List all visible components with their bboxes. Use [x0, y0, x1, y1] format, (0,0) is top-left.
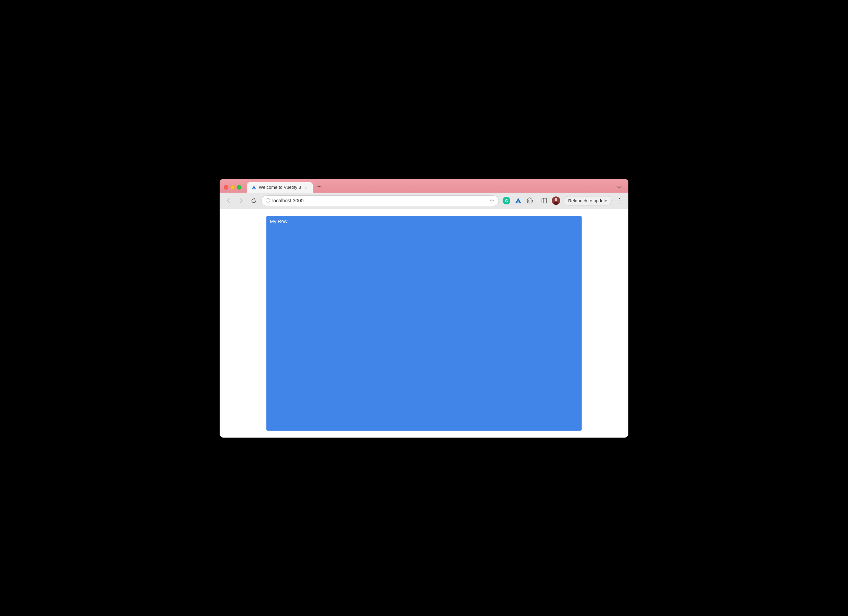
extensions-button[interactable] [525, 196, 535, 205]
toolbar: ⓘ localhost:3000 ☆ G [219, 193, 629, 209]
avatar [552, 196, 560, 205]
more-menu-button[interactable]: ⋮ [615, 196, 624, 205]
sidebar-button[interactable] [540, 196, 549, 205]
back-button[interactable] [224, 196, 233, 205]
tab-close-button[interactable]: × [303, 185, 308, 190]
lock-icon: ⓘ [266, 197, 270, 204]
toolbar-divider [537, 197, 537, 204]
vuetify-extension-button[interactable] [513, 196, 523, 205]
forward-button[interactable] [236, 196, 246, 205]
browser-window: Welcome to Vuetify 3 × + [219, 179, 629, 438]
svg-point-7 [554, 198, 557, 201]
my-row-label: My Row [270, 219, 288, 224]
close-button[interactable] [224, 185, 228, 190]
relaunch-button[interactable]: Relaunch to update [563, 196, 612, 205]
minimize-button[interactable] [230, 185, 235, 190]
grammarly-icon: G [503, 197, 510, 205]
profile-button[interactable] [551, 196, 561, 205]
page-content: My Row [219, 209, 629, 438]
tab-favicon [251, 185, 257, 190]
traffic-lights [224, 185, 242, 190]
reload-button[interactable] [249, 196, 258, 205]
grammarly-extension-button[interactable]: G [502, 196, 511, 205]
tab-bar: Welcome to Vuetify 3 × + [247, 182, 624, 193]
tab-title: Welcome to Vuetify 3 [259, 185, 301, 190]
my-row-container: My Row [266, 216, 582, 430]
title-bar: Welcome to Vuetify 3 × + [219, 179, 629, 193]
extensions-area: G [502, 196, 561, 205]
bookmark-icon[interactable]: ☆ [489, 197, 494, 204]
maximize-button[interactable] [237, 185, 242, 190]
tabs-dropdown-button[interactable] [615, 182, 624, 192]
address-text: localhost:3000 [272, 198, 488, 203]
more-icon: ⋮ [616, 197, 623, 205]
new-tab-button[interactable]: + [314, 182, 324, 192]
svg-rect-4 [542, 198, 547, 203]
address-bar[interactable]: ⓘ localhost:3000 ☆ [261, 195, 499, 206]
active-tab[interactable]: Welcome to Vuetify 3 × [247, 182, 313, 193]
